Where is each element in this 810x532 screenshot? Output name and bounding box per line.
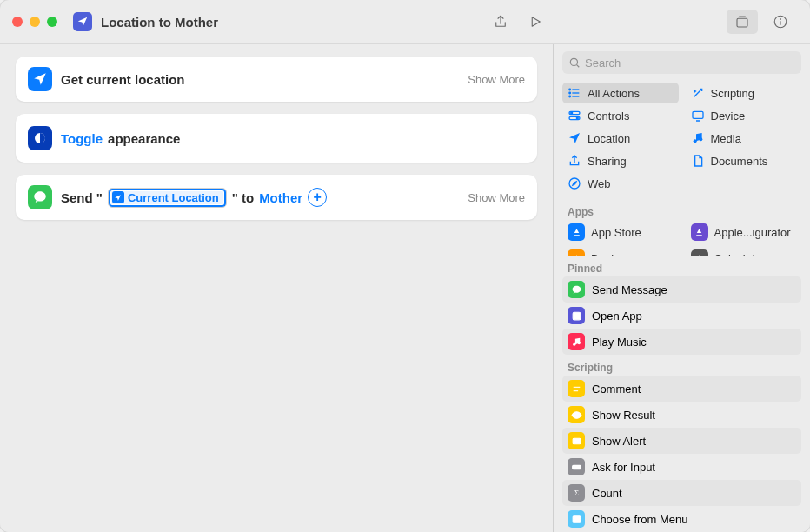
- app-label: App Store: [591, 226, 641, 239]
- message-icon: [568, 281, 585, 298]
- app-item[interactable]: Calculator: [686, 246, 802, 256]
- category-scripting[interactable]: Scripting: [686, 83, 802, 103]
- svg-point-9: [569, 92, 571, 94]
- svg-point-21: [573, 342, 575, 345]
- scripting-action[interactable]: Comment: [562, 376, 801, 402]
- category-controls[interactable]: Controls: [562, 105, 679, 126]
- close-window-button[interactable]: [12, 17, 23, 27]
- action-label: Ask for Input: [592, 461, 655, 474]
- category-location[interactable]: Location: [562, 128, 679, 149]
- svg-point-29: [576, 442, 577, 442]
- music-note-icon: [691, 131, 705, 145]
- add-recipient-button[interactable]: +: [308, 188, 327, 207]
- safari-icon: [568, 176, 581, 190]
- shortcuts-editor-window: Location to Mother: [0, 0, 810, 532]
- menu-icon: [568, 510, 585, 528]
- category-web[interactable]: Web: [562, 173, 679, 194]
- editor-canvas: Get current location Show More Toggle ap…: [0, 44, 553, 532]
- music-icon: [568, 333, 585, 350]
- svg-point-10: [569, 96, 571, 97]
- list-icon: [568, 86, 581, 100]
- action-send-message[interactable]: Send " Current Location " to Mother + Sh…: [16, 175, 537, 220]
- category-label: Sharing: [588, 155, 627, 168]
- svg-point-12: [571, 112, 573, 114]
- app-icon: [691, 249, 708, 256]
- action-title: Send " Current Location " to Mother +: [61, 188, 459, 208]
- category-label: Documents: [711, 155, 768, 168]
- pinned-action[interactable]: Send Message: [562, 276, 801, 303]
- app-item[interactable]: App Store: [562, 220, 679, 244]
- svg-text:Σ: Σ: [574, 489, 578, 497]
- input-icon: [568, 458, 585, 475]
- scripting-action[interactable]: Show Alert: [562, 428, 801, 454]
- traffic-lights: [12, 17, 57, 27]
- toggle-parameter[interactable]: Toggle: [61, 131, 103, 146]
- document-icon: [691, 154, 705, 168]
- monitor-icon: [691, 109, 705, 123]
- library-toggle-button[interactable]: [727, 10, 758, 34]
- send-mid: " to: [232, 190, 254, 205]
- app-icon: [568, 223, 585, 241]
- alert-icon: [568, 432, 585, 449]
- scripting-list: CommentShow ResultShow AlertAsk for Inpu…: [554, 376, 810, 532]
- show-more-button[interactable]: Show More: [468, 191, 525, 204]
- category-label: Device: [711, 110, 746, 123]
- category-sharing[interactable]: Sharing: [562, 150, 679, 171]
- action-get-current-location[interactable]: Get current location Show More: [16, 57, 537, 102]
- pinned-list: Send MessageOpen AppPlay Music: [554, 276, 810, 355]
- action-label: Show Alert: [592, 435, 646, 448]
- svg-point-18: [699, 137, 702, 141]
- category-label: Web: [588, 177, 611, 190]
- action-toggle-appearance[interactable]: Toggle appearance: [16, 114, 537, 163]
- category-documents[interactable]: Documents: [686, 150, 802, 171]
- share-button[interactable]: [485, 10, 516, 34]
- search-input[interactable]: [562, 51, 801, 74]
- info-button[interactable]: [765, 10, 796, 34]
- svg-point-22: [577, 341, 580, 343]
- svg-point-8: [569, 89, 571, 90]
- eye-icon: [568, 406, 585, 423]
- shortcut-icon: [73, 12, 92, 31]
- scripting-action[interactable]: Ask for Input: [562, 454, 801, 480]
- sigma-icon: Σ: [568, 484, 585, 502]
- svg-rect-15: [693, 111, 703, 118]
- fullscreen-window-button[interactable]: [47, 17, 57, 27]
- location-arrow-icon: [568, 131, 581, 145]
- app-item[interactable]: Books: [562, 246, 679, 256]
- action-label: Count: [592, 487, 622, 500]
- wand-icon: [691, 86, 705, 100]
- section-header-scripting: Scripting: [554, 355, 810, 376]
- svg-point-3: [780, 19, 781, 20]
- category-device[interactable]: Device: [686, 105, 802, 126]
- window-title: Location to Mother: [101, 15, 218, 30]
- svg-rect-33: [573, 515, 581, 522]
- run-button[interactable]: [520, 10, 551, 34]
- pinned-action[interactable]: Play Music: [562, 329, 801, 355]
- scripting-action[interactable]: Show Result: [562, 402, 801, 428]
- show-more-button[interactable]: Show More: [468, 73, 525, 86]
- svg-point-14: [576, 117, 578, 119]
- scripting-action[interactable]: Choose from Menu: [562, 506, 801, 532]
- category-all[interactable]: All Actions: [562, 83, 679, 103]
- category-label: Scripting: [711, 87, 755, 100]
- variable-current-location[interactable]: Current Location: [108, 188, 227, 208]
- lines-icon: [568, 380, 585, 397]
- app-icon: [568, 249, 585, 256]
- pinned-action[interactable]: Open App: [562, 303, 801, 329]
- titlebar: Location to Mother: [0, 0, 810, 43]
- category-media[interactable]: Media: [686, 128, 802, 149]
- action-label: Play Music: [592, 336, 647, 349]
- scripting-action[interactable]: ΣCount: [562, 480, 801, 506]
- app-item[interactable]: Apple...igurator: [686, 220, 802, 244]
- square-arrow-icon: [568, 307, 585, 324]
- minimize-window-button[interactable]: [30, 17, 40, 27]
- svg-point-17: [693, 139, 696, 143]
- action-label: Choose from Menu: [592, 513, 688, 526]
- category-label: All Actions: [588, 87, 640, 100]
- action-title: Toggle appearance: [61, 131, 525, 146]
- section-header-apps: Apps: [554, 199, 810, 220]
- category-label: Location: [588, 132, 630, 145]
- messages-icon: [28, 185, 52, 209]
- recipient-parameter[interactable]: Mother: [259, 190, 302, 205]
- location-arrow-icon: [28, 67, 52, 91]
